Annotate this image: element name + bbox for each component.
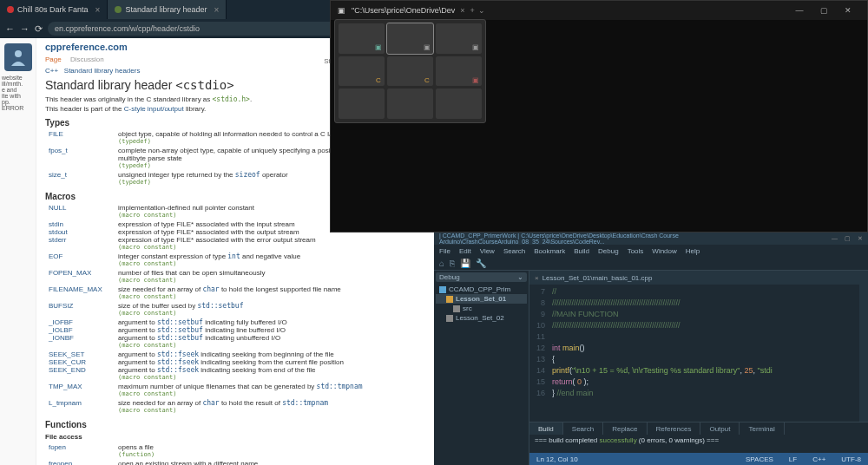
api-link[interactable]: _IONBF bbox=[49, 334, 74, 342]
site-logo[interactable] bbox=[4, 43, 32, 71]
api-link[interactable]: _IOLBF bbox=[49, 326, 73, 334]
ide-close[interactable]: ✕ bbox=[858, 235, 863, 242]
api-link[interactable]: FILENAME_MAX bbox=[49, 285, 102, 293]
tree-item[interactable]: Lesson_Set_02 bbox=[436, 313, 527, 323]
menu-debug[interactable]: Debug bbox=[598, 247, 619, 255]
api-link[interactable]: freopen bbox=[49, 460, 72, 465]
switcher-thumbnail[interactable]: ▣ bbox=[339, 23, 385, 54]
crumb-headers[interactable]: Standard library headers bbox=[64, 67, 141, 75]
api-link[interactable]: size_t bbox=[49, 171, 67, 179]
save-icon[interactable]: 💾 bbox=[460, 259, 470, 268]
term-minimize[interactable]: — bbox=[787, 2, 812, 19]
code-area[interactable]: ////////////////////////////////////////… bbox=[549, 285, 859, 422]
ide-minimize[interactable]: — bbox=[832, 235, 838, 242]
menu-search[interactable]: Search bbox=[503, 247, 525, 255]
tools-icon[interactable]: 🔧 bbox=[476, 259, 486, 268]
tab-dropdown-icon[interactable]: ⌄ bbox=[478, 6, 485, 15]
bottom-tab-replace[interactable]: Replace bbox=[603, 422, 647, 435]
bottom-tab-terminal[interactable]: Terminal bbox=[740, 422, 784, 435]
tab-add-icon[interactable]: + bbox=[470, 6, 475, 15]
api-link[interactable]: _IOFBF bbox=[49, 318, 73, 326]
tab-close-icon[interactable]: × bbox=[460, 6, 464, 15]
io-lib-link[interactable]: C-style input/output bbox=[124, 105, 184, 113]
editor-tab[interactable]: × Lesson_Set_01\main_basic_01.cpp bbox=[529, 271, 868, 285]
bottom-tabs[interactable]: BuildSearchReplaceReferencesOutputTermin… bbox=[529, 422, 868, 435]
home-icon[interactable]: ⌂ bbox=[439, 259, 444, 268]
terminal-titlebar[interactable]: ▣ "C:\Users\price\OneDrive\Dev × + ⌄ — ▢… bbox=[331, 1, 867, 20]
menu-view[interactable]: View bbox=[480, 247, 495, 255]
tab-label: Chill 80s Dark Fanta bbox=[17, 5, 89, 14]
browser-tab[interactable]: Standard library header × bbox=[108, 0, 227, 19]
menu-file[interactable]: File bbox=[439, 247, 450, 255]
status-lf[interactable]: LF bbox=[789, 455, 797, 463]
api-link[interactable]: fpos_t bbox=[49, 147, 68, 154]
reload-button[interactable]: ⟳ bbox=[35, 23, 43, 35]
menu-edit[interactable]: Edit bbox=[459, 247, 471, 255]
switcher-thumbnail[interactable]: C bbox=[339, 56, 385, 87]
tree-item[interactable]: src bbox=[436, 304, 527, 313]
status-lang[interactable]: C++ bbox=[812, 455, 825, 463]
tree-item[interactable]: Lesson_Set_01 bbox=[436, 294, 527, 304]
api-link[interactable]: FOPEN_MAX bbox=[49, 269, 91, 277]
menu-tools[interactable]: Tools bbox=[628, 247, 644, 255]
tab-page[interactable]: Page bbox=[45, 56, 62, 63]
status-bar: Ln 12, Col 10 SPACES LF C++ UTF-8 bbox=[529, 453, 868, 465]
folder-icon bbox=[446, 315, 453, 322]
forward-button[interactable]: → bbox=[20, 23, 30, 34]
api-link[interactable]: BUFSIZ bbox=[49, 302, 73, 310]
api-link[interactable]: SEEK_SET bbox=[49, 350, 84, 358]
menu-window[interactable]: Window bbox=[652, 247, 676, 255]
api-link[interactable]: stdin bbox=[49, 220, 63, 228]
api-link[interactable]: stdout bbox=[49, 228, 68, 236]
api-link[interactable]: L_tmpnam bbox=[49, 399, 82, 407]
ide-menu[interactable]: FileEditViewSearchBookmarkBuildDebugTool… bbox=[434, 245, 868, 257]
menu-help[interactable]: Help bbox=[686, 247, 700, 255]
config-dropdown[interactable]: Debug⌄ bbox=[436, 272, 527, 282]
switcher-thumbnail[interactable]: ▣ bbox=[387, 23, 433, 54]
bottom-tab-build[interactable]: Build bbox=[529, 422, 563, 435]
switcher-thumbnail[interactable]: ▣ bbox=[436, 56, 482, 87]
tab-discussion[interactable]: Discussion bbox=[70, 56, 104, 63]
api-link[interactable]: NULL bbox=[49, 204, 66, 212]
folder-icon bbox=[453, 305, 460, 312]
back-button[interactable]: ← bbox=[5, 23, 15, 34]
bottom-tab-output[interactable]: Output bbox=[700, 422, 740, 435]
api-link[interactable]: TMP_MAX bbox=[49, 383, 82, 390]
status-pos[interactable]: Ln 12, Col 10 bbox=[536, 455, 578, 463]
switcher-thumbnail[interactable] bbox=[387, 88, 433, 119]
minimap[interactable] bbox=[859, 285, 868, 422]
open-icon[interactable]: ⎘ bbox=[450, 259, 455, 268]
term-maximize[interactable]: ▢ bbox=[812, 2, 836, 19]
tree-item[interactable]: CCAMD_CPP_Prim bbox=[436, 285, 527, 294]
status-enc[interactable]: UTF-8 bbox=[841, 455, 861, 463]
sidebar-text: ERROR bbox=[2, 105, 34, 111]
api-link[interactable]: stderr bbox=[49, 236, 66, 244]
api-link[interactable]: EOF bbox=[49, 252, 62, 260]
menu-bookmark[interactable]: Bookmark bbox=[534, 247, 565, 255]
api-link[interactable]: SEEK_CUR bbox=[49, 358, 86, 366]
ide-titlebar[interactable]: | CCAMD_CPP_PrimerWork | C:\Users\price\… bbox=[434, 232, 868, 245]
switcher-thumbnail[interactable]: ▣ bbox=[436, 23, 482, 54]
close-icon[interactable]: × bbox=[214, 5, 219, 15]
api-link[interactable]: fopen bbox=[49, 443, 66, 451]
browser-tab[interactable]: Chill 80s Dark Fanta× bbox=[0, 0, 108, 19]
switcher-thumbnail[interactable] bbox=[436, 88, 482, 119]
status-spaces[interactable]: SPACES bbox=[746, 455, 773, 463]
menu-build[interactable]: Build bbox=[574, 247, 589, 255]
terminal-icon: ▣ bbox=[338, 6, 346, 15]
crumb-cpp[interactable]: C++ bbox=[45, 67, 58, 75]
api-link[interactable]: FILE bbox=[49, 130, 63, 138]
app-icon: C bbox=[374, 75, 383, 84]
api-link[interactable]: SEEK_END bbox=[49, 366, 86, 374]
switcher-thumbnail[interactable]: C bbox=[387, 56, 433, 87]
switcher-thumbnail[interactable] bbox=[339, 88, 385, 119]
tab-close-icon[interactable]: × bbox=[535, 274, 539, 282]
bottom-tab-search[interactable]: Search bbox=[563, 422, 603, 435]
close-icon[interactable]: × bbox=[95, 5, 101, 15]
task-switcher[interactable]: ▣▣▣CC▣ bbox=[334, 19, 486, 123]
bottom-tab-references[interactable]: References bbox=[648, 422, 701, 435]
ide-maximize[interactable]: ▢ bbox=[845, 235, 851, 242]
site-sidebar: websiteill/mnth.e andite withpp.ERROR bbox=[0, 38, 36, 465]
code-editor[interactable]: 78910111213141516 //////////////////////… bbox=[529, 285, 868, 422]
term-close[interactable]: ✕ bbox=[836, 2, 860, 19]
